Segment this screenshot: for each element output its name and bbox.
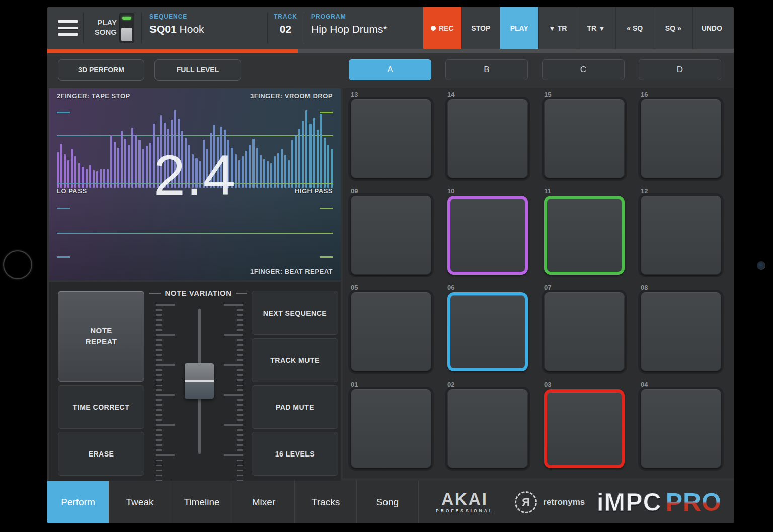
xy-tick	[320, 208, 333, 209]
slider-tick	[156, 475, 162, 476]
pad-02[interactable]	[447, 389, 528, 468]
pad-10[interactable]	[447, 196, 528, 275]
pad-number-16: 16	[641, 91, 648, 98]
slider-tick	[156, 394, 175, 396]
play-song-toggle[interactable]	[119, 13, 134, 43]
undo-button[interactable]: UNDO	[692, 7, 731, 49]
16-levels-button[interactable]: 16 LEVELS	[252, 432, 338, 476]
slider-tick	[224, 334, 243, 336]
akai-logo: AKAI PROFESSIONAL	[436, 491, 494, 513]
bank-d-button[interactable]: D	[639, 59, 721, 80]
slider-tick	[156, 329, 162, 331]
slider-tick	[156, 439, 162, 441]
slider-tick	[156, 324, 162, 326]
pad-07[interactable]	[544, 292, 625, 371]
home-button[interactable]	[3, 250, 32, 279]
slider-tick	[156, 470, 162, 471]
play-song-label: PLAY SONG	[93, 18, 117, 37]
pad-08[interactable]	[641, 292, 721, 371]
slider-tick	[237, 309, 243, 311]
slider-tick	[237, 389, 243, 391]
note-repeat-button[interactable]: NOTEREPEAT	[58, 291, 144, 382]
full-level-button[interactable]: FULL LEVEL	[154, 59, 241, 81]
sequence-next-button[interactable]: SQ »	[654, 7, 692, 49]
pad-11[interactable]	[544, 196, 625, 275]
tab-perform[interactable]: Perform	[47, 481, 109, 523]
slider-tick	[237, 374, 243, 376]
slider-tick	[156, 314, 162, 316]
bank-a-button[interactable]: A	[349, 59, 431, 80]
pad-03[interactable]	[544, 389, 625, 468]
program-label: PROGRAM	[311, 13, 388, 20]
program-group[interactable]: PROGRAM Hip Hop Drums*	[311, 13, 388, 35]
ipad-bezel: PLAY SONG SEQUENCE SQ01 Hook TRACK 02 PR…	[0, 0, 773, 532]
rec-button[interactable]: REC	[423, 7, 461, 49]
slider-tick-column	[223, 304, 243, 481]
bank-b-button[interactable]: B	[445, 59, 528, 80]
slider-tick	[224, 454, 243, 456]
top-bar: PLAY SONG SEQUENCE SQ01 Hook TRACK 02 PR…	[47, 7, 734, 49]
xy-tick	[57, 256, 70, 258]
xy-performance-pad[interactable]: 2FINGER: TAPE STOP 3FINGER: VROOM DROP L…	[49, 88, 341, 280]
toggle-rocker	[121, 28, 132, 41]
pad-number-02: 02	[447, 381, 454, 388]
pad-14[interactable]	[447, 99, 528, 178]
slider-tick	[237, 444, 243, 446]
slider-tick	[156, 409, 162, 411]
track-mute-button[interactable]: TRACK MUTE	[252, 338, 338, 382]
slider-tick	[156, 319, 162, 321]
3d-perform-button[interactable]: 3D PERFORM	[58, 59, 144, 81]
slider-tick	[237, 314, 243, 316]
rec-dot-icon	[431, 26, 436, 31]
slider-tick	[156, 344, 162, 346]
pad-number-04: 04	[641, 381, 648, 388]
slider-tick	[156, 374, 162, 376]
pad-13[interactable]	[351, 99, 431, 178]
pad-16[interactable]	[641, 99, 721, 178]
pad-number-07: 07	[544, 284, 551, 291]
track-group[interactable]: TRACK 02	[267, 13, 304, 35]
tab-tracks[interactable]: Tracks	[295, 481, 357, 523]
pad-mute-button[interactable]: PAD MUTE	[252, 385, 338, 429]
camera-icon	[757, 261, 765, 270]
sequence-name: Hook	[177, 23, 204, 35]
slider-tick	[237, 354, 243, 356]
slider-tick	[237, 344, 243, 346]
pad-number-01: 01	[351, 381, 358, 388]
play-button[interactable]: PLAY	[500, 7, 538, 49]
pad-15[interactable]	[544, 99, 625, 178]
tab-tweak[interactable]: Tweak	[109, 481, 171, 523]
tab-song[interactable]: Song	[357, 481, 419, 523]
tab-mixer[interactable]: Mixer	[233, 481, 295, 523]
tab-timeline[interactable]: Timeline	[171, 481, 233, 523]
pad-grid: 13141516091011120506070801020304	[343, 88, 734, 478]
slider-tick	[156, 354, 162, 356]
pad-06[interactable]	[447, 292, 528, 371]
sequence-group[interactable]: SEQUENCE SQ01 Hook	[149, 13, 204, 35]
pad-01[interactable]	[351, 389, 431, 468]
next-sequence-button[interactable]: NEXT SEQUENCE	[252, 291, 338, 335]
slider-tick	[156, 379, 162, 381]
slider-tick	[156, 414, 162, 416]
menu-icon[interactable]	[58, 20, 78, 36]
sequence-prev-button[interactable]: « SQ	[615, 7, 654, 49]
slider-tick	[237, 324, 243, 326]
stop-button[interactable]: STOP	[461, 7, 500, 49]
time-correct-button[interactable]: TIME CORRECT	[58, 385, 144, 429]
xy-label-lo-pass: LO PASS	[57, 187, 87, 195]
pad-12[interactable]	[641, 196, 721, 275]
xy-label-high-pass: HIGH PASS	[295, 187, 333, 195]
divider	[83, 13, 84, 43]
track-next-button[interactable]: TR ▼	[577, 7, 615, 49]
pad-04[interactable]	[641, 389, 721, 468]
pad-05[interactable]	[351, 292, 431, 371]
erase-button[interactable]: ERASE	[58, 432, 144, 476]
pad-09[interactable]	[351, 196, 431, 275]
note-variation-slider-handle[interactable]	[185, 363, 214, 399]
slider-tick	[237, 439, 243, 441]
track-prev-button[interactable]: ▼ TR	[538, 7, 577, 49]
bank-c-button[interactable]: C	[542, 59, 625, 80]
pad-number-13: 13	[351, 91, 358, 98]
track-label: TRACK	[267, 13, 304, 20]
slider-tick	[237, 404, 243, 406]
